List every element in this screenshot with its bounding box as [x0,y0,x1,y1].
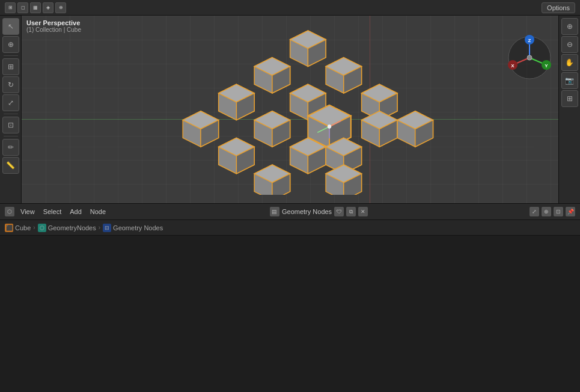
svg-point-64 [527,55,532,60]
cube-icon: ⬛ [5,224,13,232]
zoom-out-btn[interactable]: ⊖ [561,36,578,53]
breadcrumb-gn-label: GeometryNodes [48,224,96,231]
cube-group [183,31,433,195]
rotate-tool[interactable]: ↻ [2,76,19,93]
pin-icon[interactable]: 📌 [566,207,575,216]
scale-tool[interactable]: ⤢ [2,94,19,111]
cubes-scene [58,28,534,195]
transform-tool[interactable]: ⊡ [2,117,19,133]
gizmo-nodes-icon[interactable]: ⊕ [542,207,551,216]
breadcrumb-arrow-1: › [33,224,35,231]
ortho-btn[interactable]: ⊞ [561,90,578,107]
viewport[interactable]: User Perspective (1) Collection | Cube [22,16,558,203]
options-button[interactable]: Options [542,2,575,13]
viewport-shading[interactable]: ▦ [30,2,41,13]
view-mode-btn[interactable]: ◻ [17,2,28,13]
breadcrumb-cube-label: Cube [15,224,31,231]
top-bar: ⊞ ◻ ▦ ◈ ⊕ Options [0,0,580,16]
svg-text:X: X [511,63,514,69]
menu-node[interactable]: Node [88,207,108,216]
svg-point-32 [328,125,331,129]
svg-text:Z: Z [528,38,531,43]
select-tool[interactable]: ↖ [2,18,19,35]
hand-btn[interactable]: ✋ [561,54,578,71]
gizmo-btn[interactable]: ⊕ [55,2,66,13]
annotate-tool[interactable]: ✏ [2,139,19,156]
overlay-btn[interactable]: ◈ [43,2,53,13]
menu-select[interactable]: Select [41,207,64,216]
node-editor-header: ⬡ View Select Add Node ▤ Geometry Nodes … [0,203,580,220]
zoom-in-btn[interactable]: ⊕ [561,18,578,35]
breadcrumb: ⬛ Cube › ⬡ GeometryNodes › ⊟ Geometry No… [0,220,580,236]
node-editor: ⬡ View Select Add Node ▤ Geometry Nodes … [0,203,580,392]
menu-view[interactable]: View [18,207,37,216]
copy-node-icon[interactable]: ⧉ [346,207,356,216]
toolbar-sep2 [4,114,18,114]
geometry-nodes-icon: ⬡ [38,224,46,232]
camera-btn[interactable]: 📷 [561,72,578,89]
toolbar-sep1 [4,55,18,56]
editor-type-icon[interactable]: ⬡ [5,207,14,216]
connections-svg [0,236,580,392]
breadcrumb-arrow-2: › [99,224,100,231]
render-icon: ▤ [270,207,279,216]
breadcrumb-geometry-nodes[interactable]: ⬡ GeometryNodes [38,224,96,232]
shield-icon[interactable]: 🛡 [334,207,344,216]
svg-text:Y: Y [545,63,548,69]
close-node-icon[interactable]: ✕ [358,207,368,216]
node-canvas[interactable]: ▾ Cube Mesh Size X 1m Y 1m [0,236,580,392]
node-title: Geometry Nodes [282,208,332,215]
editor-type-btn[interactable]: ⊞ [5,2,16,13]
measure-tool[interactable]: 📏 [2,157,19,174]
right-toolbar: ⊕ ⊖ ✋ 📷 ⊞ [558,16,580,203]
top-bar-icons: ⊞ ◻ ▦ ◈ ⊕ [5,2,66,13]
move-tool[interactable]: ⊞ [2,58,19,75]
menu-add[interactable]: Add [67,207,84,216]
main-area: ↖ ⊕ ⊞ ↻ ⤢ ⊡ ✏ 📏 User Perspective (1) Col… [0,16,580,203]
breadcrumb-gn2-label: Geometry Nodes [113,224,163,231]
nav-gizmo[interactable]: Z Y X [505,34,554,82]
perspective-label: User Perspective [26,19,81,26]
cursor-tool[interactable]: ⊕ [2,36,19,53]
breadcrumb-geometry-nodes-2[interactable]: ⊟ Geometry Nodes [103,224,163,232]
breadcrumb-cube[interactable]: ⬛ Cube [5,224,31,232]
node-title-center: ▤ Geometry Nodes 🛡 ⧉ ✕ [112,207,526,216]
left-toolbar: ↖ ⊕ ⊞ ↻ ⤢ ⊡ ✏ 📏 [0,16,22,203]
nodes-icon: ⊟ [103,224,111,232]
overlay-nodes-icon[interactable]: ⤢ [530,207,539,216]
snap-icon[interactable]: ⊡ [554,207,563,216]
toolbar-sep3 [4,136,18,136]
